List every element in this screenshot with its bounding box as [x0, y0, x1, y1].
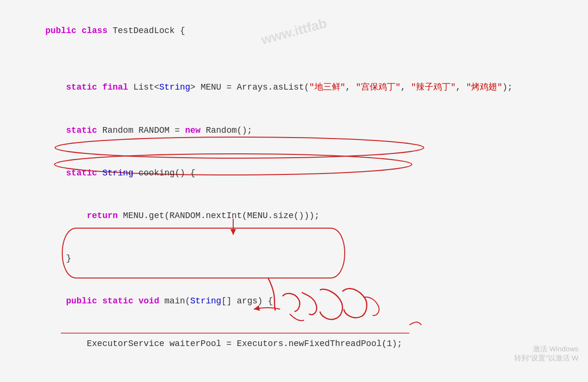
code-line-9: ExecutorService waiterPool = Executors.n…	[14, 323, 574, 365]
code-block: public class TestDeadLock { static final…	[14, 10, 574, 382]
code-line-4: static Random RANDOM = new Random();	[14, 109, 574, 152]
code-line-5: static String cooking() {	[14, 152, 574, 195]
code-line-1: public class TestDeadLock {	[14, 10, 574, 52]
code-line-8: public static void main(String[] args) {	[14, 280, 574, 323]
code-line-3: static final List<String> MENU = Arrays.…	[14, 67, 574, 109]
code-line-2	[14, 52, 574, 67]
code-viewer: www.ittfab public class TestDeadLock { s…	[0, 0, 588, 382]
code-line-6: return MENU.get(RANDOM.nextInt(MENU.size…	[14, 195, 574, 237]
code-line-10: ExecutorService cookPool = Executors.new…	[14, 365, 574, 382]
code-line-7: }	[14, 237, 574, 280]
